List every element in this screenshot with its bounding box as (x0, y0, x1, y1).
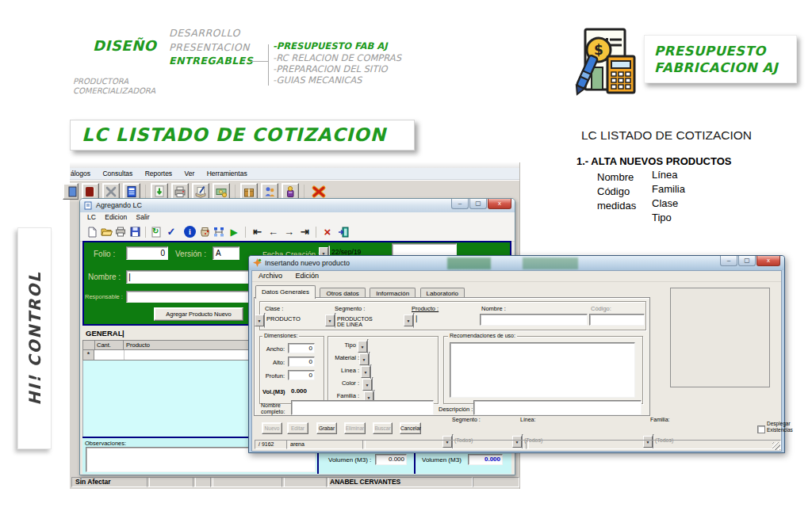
minimize-button[interactable]: – (720, 256, 737, 266)
nav-next-icon[interactable]: → (282, 226, 296, 238)
menu-item-salir[interactable]: Salir (136, 213, 150, 221)
save-icon[interactable] (128, 226, 141, 238)
lc-toolbar: ↻ ✓ i ▶ ⇤ ← → ⇥ × (80, 223, 515, 242)
volumen2-label: Volumen (M3) (422, 456, 462, 464)
grabar-button[interactable]: Grabar (316, 422, 337, 434)
notes-col1-item: Nombre (597, 171, 634, 183)
chevron-down-icon[interactable]: ▼ (325, 315, 335, 326)
users-icon[interactable] (261, 183, 278, 200)
menu-item-ver[interactable]: Ver (185, 170, 195, 177)
editar-button[interactable]: Editar (287, 422, 308, 434)
volumen2-input[interactable]: 0.000 (468, 454, 503, 465)
buscar-button[interactable]: Buscar (373, 422, 393, 434)
cancelar-button[interactable]: Cancelar (400, 422, 421, 434)
menu-item-edicion[interactable]: Edicion (105, 213, 127, 221)
familia-label: Familia : (331, 392, 359, 399)
chevron-down-icon[interactable]: ▼ (362, 379, 372, 391)
eliminar-button[interactable]: Eliminar (344, 422, 366, 434)
alto-input[interactable]: 0 (288, 357, 315, 367)
fax-printer-icon[interactable] (171, 183, 189, 200)
menu-item-consultas[interactable]: Consultas (102, 170, 132, 177)
nombre-completo-input[interactable] (291, 400, 434, 415)
segmento-combobox[interactable]: PRODUCTOS DE LINEA ▼ (335, 313, 336, 328)
folio-input[interactable]: 0 (126, 246, 168, 260)
grid-cell[interactable] (94, 350, 124, 360)
close-button[interactable]: x (488, 199, 511, 209)
jug-icon[interactable] (198, 226, 211, 238)
book-icon[interactable] (82, 183, 99, 200)
import-down-icon[interactable] (151, 183, 168, 200)
tipo-label: Tipo : (331, 341, 359, 349)
orgchart-icon[interactable] (213, 226, 225, 238)
nav-last-icon[interactable]: ⇥ (298, 226, 312, 238)
nav-prev-icon[interactable]: ← (266, 226, 280, 238)
app-statusbar: Sin Afectar ANABEL CERVANTES (70, 475, 519, 489)
tab-general[interactable]: GENERAL (86, 329, 122, 338)
money-icon[interactable] (213, 183, 230, 200)
refresh-icon[interactable]: ↻ (150, 226, 163, 238)
clase-combobox[interactable]: PRODUCTO ▼ (264, 313, 266, 328)
package-icon[interactable] (240, 183, 258, 200)
connector-line-h (251, 61, 268, 62)
codigo-input[interactable] (589, 314, 645, 326)
resize-grip[interactable] (772, 442, 780, 450)
producto-label: Producto : (412, 305, 439, 312)
tools-icon[interactable] (102, 183, 120, 200)
exit-app-icon[interactable] (309, 183, 328, 200)
status-cell (282, 477, 329, 487)
agregar-producto-nuevo-button[interactable]: Agregar Producto Nuevo (154, 307, 243, 321)
nuevo-button[interactable]: Nuevo (262, 422, 282, 434)
menu-item-catalogos[interactable]: álogos (71, 170, 90, 177)
minimize-button[interactable]: – (451, 199, 469, 209)
descripcion-input[interactable] (473, 400, 642, 415)
tab-separator: | (122, 329, 124, 338)
menu-item-edicion[interactable]: Edición (296, 272, 320, 280)
clipped-icon[interactable] (63, 183, 79, 200)
insert-status-count: / 9162 (255, 440, 289, 449)
chevron-down-icon[interactable]: ▼ (359, 353, 369, 365)
lc-window-icon (84, 201, 92, 210)
notes-col2-item: Tipo (652, 212, 672, 223)
report-icon[interactable] (123, 183, 140, 200)
maximize-button[interactable]: ▢ (469, 199, 487, 209)
status-cell (473, 477, 519, 487)
assistant-icon[interactable] (282, 183, 299, 200)
volumen1-input[interactable]: 0.000 (375, 454, 407, 465)
menu-item-reportes[interactable]: Reportes (145, 170, 173, 177)
chevron-down-icon[interactable]: ▼ (404, 315, 413, 326)
chevron-down-icon[interactable]: ▼ (361, 366, 370, 378)
info-icon[interactable]: i (184, 226, 196, 238)
maximize-button[interactable]: ▢ (738, 256, 756, 266)
desplegar-existencias-checkbox[interactable] (757, 425, 765, 433)
ancho-input[interactable]: 0 (288, 343, 315, 353)
check-icon[interactable]: ✓ (165, 226, 178, 238)
chevron-down-icon[interactable]: ▼ (358, 341, 367, 353)
glass-tint (447, 258, 491, 269)
close-button[interactable]: x (756, 256, 780, 266)
tab-datos-generales[interactable]: Datos Generales (255, 285, 316, 299)
menu-item-lc[interactable]: LC (87, 213, 96, 221)
delete-icon[interactable]: × (321, 226, 334, 238)
scanner-book-icon[interactable] (192, 183, 209, 200)
notes-col1-item: Código (597, 185, 630, 197)
nombre-input[interactable] (480, 314, 588, 326)
chevron-down-icon[interactable]: ▼ (255, 315, 264, 326)
connector-line-v (268, 44, 269, 86)
color-label: Color : (331, 380, 359, 387)
row-selector-cell[interactable]: * (83, 350, 94, 360)
print-icon[interactable] (114, 226, 127, 238)
recomendaciones-textarea[interactable] (450, 342, 635, 398)
checkbox-label-line1: Desplegar (767, 421, 791, 426)
producto-combobox[interactable]: | ▼ (413, 313, 415, 328)
menu-item-archivo[interactable]: Archivo (259, 272, 282, 280)
version-input[interactable]: A (213, 246, 239, 260)
version-label: Versión : (175, 250, 206, 258)
run-icon[interactable]: ▶ (228, 226, 240, 238)
nav-first-icon[interactable]: ⇤ (251, 226, 264, 238)
menu-item-herramientas[interactable]: Herramientas (207, 170, 247, 177)
exit-door-icon[interactable] (337, 226, 351, 238)
open-icon[interactable] (100, 226, 113, 238)
profun-input[interactable]: 0 (288, 370, 315, 380)
top-fields-group (259, 301, 646, 330)
new-icon[interactable] (86, 226, 98, 238)
